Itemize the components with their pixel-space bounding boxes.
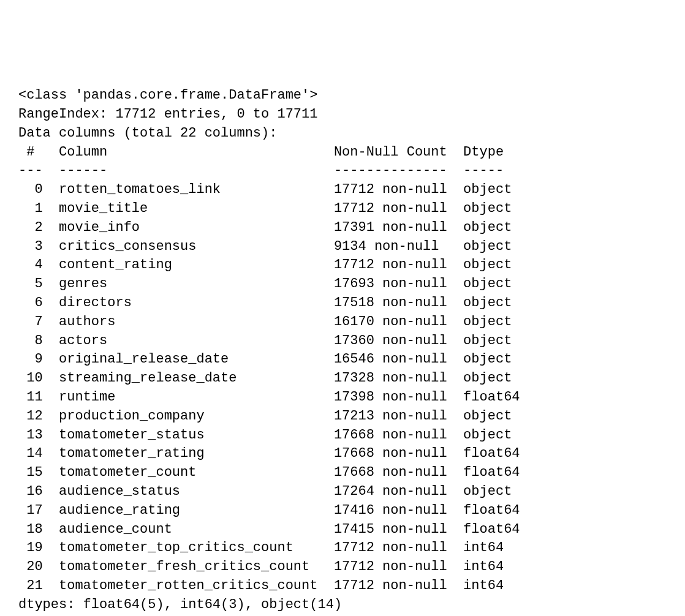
dataframe-info-output: <class 'pandas.core.frame.DataFrame'> Ra… bbox=[18, 86, 667, 616]
